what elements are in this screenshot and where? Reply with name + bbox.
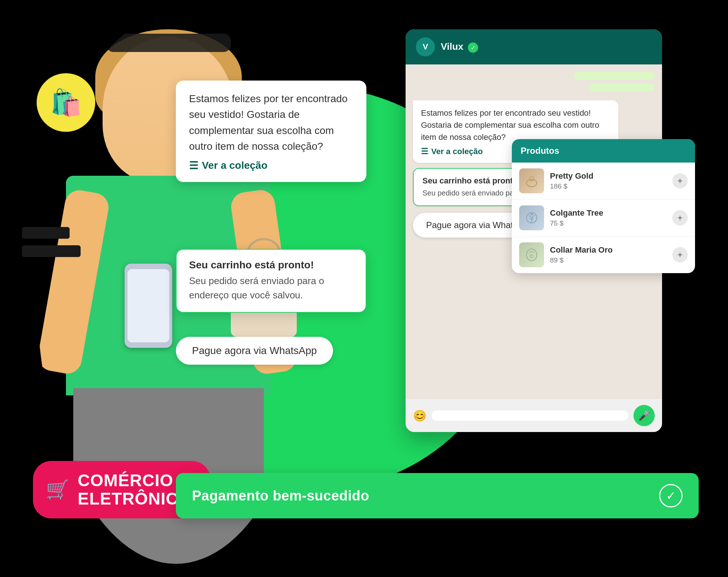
commerce-text: COMÉRCIO ELETRÔNICO (78, 471, 192, 508)
svg-point-6 (530, 255, 533, 258)
chat-input-area: 😊 🎤 (406, 399, 662, 432)
emoji-icon[interactable]: 😊 (413, 409, 426, 422)
mic-button[interactable]: 🎤 (633, 405, 655, 426)
product-thumb-2 (519, 205, 544, 230)
sent-line-2 (589, 83, 655, 92)
product-info-2: Colgante Tree 75 $ (550, 208, 666, 227)
cart-ready-title: Seu carrinho está pronto! (189, 259, 353, 271)
cart-ready-bubble: Seu carrinho está pronto! Seu pedido ser… (176, 249, 366, 313)
main-chat-bubble: Estamos felizes por ter encontrado seu v… (176, 81, 366, 182)
chat-avatar: V (416, 37, 435, 56)
chat-input-field[interactable] (432, 410, 628, 421)
chat-header-name: Vilux (441, 41, 463, 52)
product-add-button-3[interactable]: + (672, 247, 688, 263)
product-add-button-1[interactable]: + (672, 173, 688, 189)
list-icon: ☰ (189, 160, 198, 172)
product-info-1: Pretty Gold 186 $ (550, 171, 666, 190)
menu-bar-1 (22, 227, 70, 239)
verified-badge: ✓ (468, 42, 478, 53)
chat-header: V Vilux ✓ (406, 29, 662, 64)
cart-ready-text: Seu pedido será enviado para o endereço … (189, 274, 353, 302)
list-icon-2: ☰ (421, 147, 428, 156)
product-add-button-2[interactable]: + (672, 210, 688, 226)
ver-colecao-link[interactable]: ☰ Ver a coleção (189, 160, 353, 172)
product-info-3: Collar Maria Oro 89 $ (550, 245, 666, 264)
pay-whatsapp-label: Pague agora via WhatsApp (192, 345, 317, 356)
product-name-1: Pretty Gold (550, 171, 666, 181)
product-thumb-3 (519, 242, 544, 267)
products-header: Produtos (512, 139, 695, 163)
product-price-1: 186 $ (550, 182, 666, 190)
menu-bar-2 (22, 245, 81, 257)
received-bubble-text: Estamos felizes por ter encontrado seu v… (421, 107, 610, 143)
product-price-2: 75 $ (550, 219, 666, 227)
chat-bubble-text: Estamos felizes por ter encontrado seu v… (189, 91, 353, 155)
product-item-2: Colgante Tree 75 $ + (512, 200, 695, 237)
product-item-3: Collar Maria Oro 89 $ + (512, 237, 695, 273)
products-card: Produtos Pretty Gold 186 $ + Colga (512, 139, 695, 273)
yellow-bag-circle: 🛍️ (37, 73, 95, 132)
product-item-1: Pretty Gold 186 $ + (512, 163, 695, 200)
menu-bars-decoration (22, 227, 81, 257)
success-check-icon: ✓ (659, 484, 683, 507)
svg-point-4 (531, 213, 533, 215)
mic-icon: 🎤 (638, 410, 650, 421)
product-thumb-1 (519, 168, 544, 193)
product-name-3: Collar Maria Oro (550, 245, 666, 255)
products-title: Produtos (521, 146, 686, 156)
payment-success-text: Pagamento bem-sucedido (192, 488, 369, 504)
pay-whatsapp-button[interactable]: Pague agora via WhatsApp (176, 337, 333, 365)
cart-icon: 🛒 (46, 479, 70, 501)
product-name-2: Colgante Tree (550, 208, 666, 218)
payment-success-banner: Pagamento bem-sucedido ✓ (176, 473, 699, 518)
sent-line-1 (574, 72, 655, 80)
shopping-bag-icon: 🛍️ (50, 90, 82, 115)
product-price-3: 89 $ (550, 256, 666, 264)
